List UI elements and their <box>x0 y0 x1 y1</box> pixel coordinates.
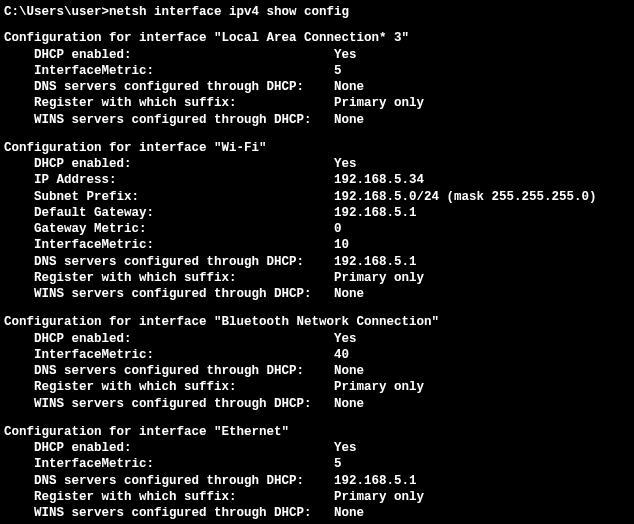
config-key: DHCP enabled: <box>4 156 334 172</box>
config-value: 192.168.5.1 <box>334 205 630 221</box>
config-row: WINS servers configured through DHCP:Non… <box>4 505 630 521</box>
config-key: WINS servers configured through DHCP: <box>4 112 334 128</box>
interface-header: Configuration for interface "Bluetooth N… <box>4 314 630 330</box>
config-key: InterfaceMetric: <box>4 347 334 363</box>
interface-header: Configuration for interface "Ethernet" <box>4 424 630 440</box>
config-row: Gateway Metric:0 <box>4 221 630 237</box>
config-value: None <box>334 396 630 412</box>
config-value: Primary only <box>334 489 630 505</box>
config-key: DNS servers configured through DHCP: <box>4 79 334 95</box>
config-value: None <box>334 112 630 128</box>
config-key: Gateway Metric: <box>4 221 334 237</box>
config-key: DHCP enabled: <box>4 440 334 456</box>
config-row: InterfaceMetric:5 <box>4 63 630 79</box>
config-key: Register with which suffix: <box>4 489 334 505</box>
config-key: InterfaceMetric: <box>4 456 334 472</box>
config-value: None <box>334 286 630 302</box>
interface-header: Configuration for interface "Wi-Fi" <box>4 140 630 156</box>
interface-header: Configuration for interface "Local Area … <box>4 30 630 46</box>
config-key: Subnet Prefix: <box>4 189 334 205</box>
config-row: DNS servers configured through DHCP:None <box>4 363 630 379</box>
config-key: Register with which suffix: <box>4 95 334 111</box>
config-value: 5 <box>334 63 630 79</box>
config-row: WINS servers configured through DHCP:Non… <box>4 112 630 128</box>
config-value: Primary only <box>334 379 630 395</box>
config-value: 40 <box>334 347 630 363</box>
config-row: DHCP enabled:Yes <box>4 47 630 63</box>
command-output: Configuration for interface "Local Area … <box>4 30 630 524</box>
config-key: IP Address: <box>4 172 334 188</box>
config-key: InterfaceMetric: <box>4 63 334 79</box>
config-key: DNS servers configured through DHCP: <box>4 473 334 489</box>
config-key: DNS servers configured through DHCP: <box>4 254 334 270</box>
config-row: DNS servers configured through DHCP:192.… <box>4 473 630 489</box>
config-key: Default Gateway: <box>4 205 334 221</box>
config-value: 0 <box>334 221 630 237</box>
config-key: DNS servers configured through DHCP: <box>4 363 334 379</box>
config-value: 10 <box>334 237 630 253</box>
config-row: Register with which suffix:Primary only <box>4 95 630 111</box>
config-key: Register with which suffix: <box>4 379 334 395</box>
config-value: None <box>334 363 630 379</box>
config-value: Yes <box>334 440 630 456</box>
config-key: InterfaceMetric: <box>4 237 334 253</box>
config-row: DNS servers configured through DHCP:None <box>4 79 630 95</box>
config-row: WINS servers configured through DHCP:Non… <box>4 286 630 302</box>
config-row: Subnet Prefix:192.168.5.0/24 (mask 255.2… <box>4 189 630 205</box>
config-row: IP Address:192.168.5.34 <box>4 172 630 188</box>
config-key: WINS servers configured through DHCP: <box>4 396 334 412</box>
config-value: Yes <box>334 331 630 347</box>
config-value: Yes <box>334 47 630 63</box>
config-row: Register with which suffix:Primary only <box>4 489 630 505</box>
config-row: WINS servers configured through DHCP:Non… <box>4 396 630 412</box>
config-row: DHCP enabled:Yes <box>4 331 630 347</box>
config-key: Register with which suffix: <box>4 270 334 286</box>
config-value: 5 <box>334 456 630 472</box>
config-key: WINS servers configured through DHCP: <box>4 286 334 302</box>
config-value: 192.168.5.0/24 (mask 255.255.255.0) <box>334 189 630 205</box>
config-value: None <box>334 505 630 521</box>
config-row: InterfaceMetric:5 <box>4 456 630 472</box>
config-row: Register with which suffix:Primary only <box>4 270 630 286</box>
prompt-line[interactable]: C:\Users\user>netsh interface ipv4 show … <box>4 4 630 20</box>
config-value: 192.168.5.1 <box>334 473 630 489</box>
config-value: Primary only <box>334 95 630 111</box>
config-value: None <box>334 79 630 95</box>
config-value: 192.168.5.34 <box>334 172 630 188</box>
config-key: DHCP enabled: <box>4 47 334 63</box>
config-row: DHCP enabled:Yes <box>4 440 630 456</box>
config-row: Register with which suffix:Primary only <box>4 379 630 395</box>
config-value: Yes <box>334 156 630 172</box>
config-row: InterfaceMetric:10 <box>4 237 630 253</box>
config-row: DHCP enabled:Yes <box>4 156 630 172</box>
config-key: DHCP enabled: <box>4 331 334 347</box>
config-row: Default Gateway:192.168.5.1 <box>4 205 630 221</box>
config-value: 192.168.5.1 <box>334 254 630 270</box>
config-row: DNS servers configured through DHCP:192.… <box>4 254 630 270</box>
config-value: Primary only <box>334 270 630 286</box>
config-key: WINS servers configured through DHCP: <box>4 505 334 521</box>
config-row: InterfaceMetric:40 <box>4 347 630 363</box>
